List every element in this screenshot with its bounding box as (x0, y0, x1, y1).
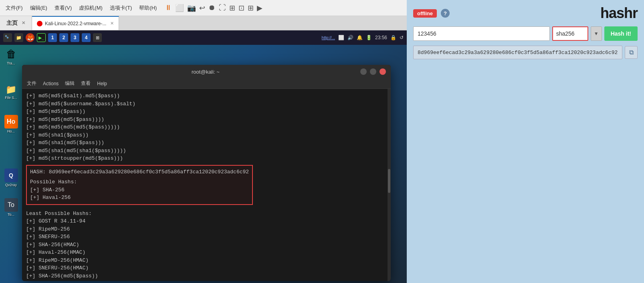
qv2ray-desktop-icon[interactable]: Q Qv2ray (4, 169, 18, 187)
term-least-label: Least Possible Hashs: (26, 210, 384, 218)
taskbar-time: 23:56 (375, 35, 387, 40)
to-label: To... (8, 213, 14, 217)
qv2ray-icon: Q (4, 169, 18, 182)
taskbar-browser-btn[interactable]: 🦊 (26, 33, 34, 42)
menu-edit[interactable]: 编辑(E) (28, 4, 50, 12)
svg-point-1 (6, 36, 7, 37)
sidebar-icons: 🗑 Tra... 📁 File S... Ho Ho... Q Qv2ray T… (0, 45, 22, 217)
taskbar-num-4[interactable]: 4 (82, 33, 91, 42)
taskbar-monitor: ⬜ (338, 35, 344, 40)
term-hash-line: HASH: 8d969eef6ecad3c29a3a629280e686cf0c… (30, 168, 249, 176)
terminal-controls (360, 68, 386, 75)
tab-kali[interactable]: Kali-Linux-2022.2-vmware-... ✕ (32, 16, 119, 30)
vm-menubar: 文件(F) 编辑(E) 查看(V) 虚拟机(M) 选项卡(T) 帮助(H) ⏸ … (0, 0, 407, 16)
vm-toolbar: ⏸ ⬜ 📷 ↩ ⏺ ⛶ ⊞ ⊡ ⊞ ▶ (165, 4, 262, 12)
term-least-1: [+] RipeMD-256 (26, 225, 384, 233)
restore-icon[interactable]: ↩ (199, 4, 205, 12)
trash-label: Tra... (7, 61, 15, 65)
menu-tab[interactable]: 选项卡(T) (107, 4, 135, 12)
term-menu-help[interactable]: Help (97, 81, 107, 86)
offline-badge: offline (413, 9, 437, 18)
taskbar-num-3[interactable]: 3 (71, 33, 79, 42)
hashr-title: hashr (600, 5, 638, 22)
taskbar-num-2[interactable]: 2 (59, 33, 68, 42)
term-sha256: [+] SHA-256 (30, 186, 249, 194)
term-line-3: [+] md5(md5(md5($pass)))) (26, 116, 384, 124)
taskbar-term-btn[interactable]: ▶_ (37, 33, 46, 42)
fullscreen-icon[interactable]: ⛶ (219, 4, 226, 12)
term-menu-actions[interactable]: Actions (43, 81, 59, 86)
terminal-window: root@kali: ~ 文件 Actions 编辑 查看 Help [+] m… (22, 65, 391, 281)
hash-text-input[interactable] (413, 26, 550, 41)
hash-algo-input[interactable] (552, 26, 588, 41)
term-least-4: [+] Haval-256(HMAC) (26, 249, 384, 257)
taskbar-num-1[interactable]: 1 (48, 33, 57, 42)
terminal-body-container: [+] md5(md5($salt).md5($pass)) [+] md5(m… (22, 89, 391, 281)
tab-home[interactable]: 主页 ✕ (0, 16, 32, 30)
files-desktop-icon[interactable]: 📁 File S... (5, 84, 17, 100)
tab-home-close[interactable]: ✕ (22, 20, 25, 26)
taskbar-grid-btn[interactable]: ⊞ (93, 33, 102, 42)
terminal-close-btn[interactable] (380, 68, 386, 75)
terminal-maximize-btn[interactable] (370, 68, 376, 75)
terminal-menubar: 文件 Actions 编辑 查看 Help (22, 78, 391, 89)
menu-help[interactable]: 帮助(H) (137, 4, 159, 12)
to-desktop-icon[interactable]: To To... (4, 198, 18, 217)
trash-icon: 🗑 (6, 48, 16, 60)
send-to-icon[interactable]: ⬜ (175, 4, 184, 12)
copy-button[interactable]: ⧉ (625, 46, 638, 59)
term-menu-file[interactable]: 文件 (27, 80, 36, 87)
vm-taskbar: 📁 🦊 ▶_ 1 2 3 4 ⊞ http://... ⬜ 🔊 🔔 🔋 23:5… (0, 30, 407, 45)
hash-algo-dropdown[interactable]: ▼ (591, 26, 602, 41)
terminal-minimize-btn[interactable] (360, 68, 367, 75)
svg-point-3 (7, 37, 8, 38)
terminal-title: root@kali: ~ (51, 69, 360, 75)
tab-kali-close[interactable]: ✕ (110, 21, 114, 26)
tab-bar: 主页 ✕ Kali-Linux-2022.2-vmware-... ✕ (0, 16, 407, 30)
hash-result-row: 8d969eef6ecad3c29a3a629280e686cf0c3f5d5a… (413, 46, 638, 59)
snapshot-icon[interactable]: 📷 (187, 4, 196, 12)
tab-home-label: 主页 (6, 20, 18, 27)
term-haval256: [+] Haval-256 (30, 194, 249, 202)
hashr-panel: offline ? hashr ▼ Hash it! 8d969eef6ecad… (407, 0, 644, 283)
tab-favicon (37, 21, 42, 26)
terminal-scrollbar[interactable] (388, 89, 391, 281)
menu-vm[interactable]: 虚拟机(M) (77, 4, 105, 12)
taskbar-files-btn[interactable]: 📁 (14, 33, 23, 42)
taskbar-apps-btn[interactable] (3, 33, 12, 42)
term-line-6: [+] md5(sha1(md5($pass))) (26, 139, 384, 147)
terminal-scroll-thumb[interactable] (388, 169, 390, 193)
tab-kali-label: Kali-Linux-2022.2-vmware-... (45, 21, 106, 26)
term-least-0: [+] GOST R 34.11-94 (26, 217, 384, 225)
hash-it-button[interactable]: Hash it! (604, 26, 638, 41)
record-icon[interactable]: ⏺ (208, 4, 216, 12)
more-icon[interactable]: ▶ (257, 4, 262, 12)
term-line-2: [+] md5(md5($pass)) (26, 108, 384, 116)
term-least-8: [+] SHA-256(sha1($pass)) (26, 280, 384, 281)
pause-icon[interactable]: ⏸ (165, 4, 172, 12)
menu-file[interactable]: 文件(F) (3, 4, 25, 12)
hash-result-value: 8d969eef6ecad3c29a3a629280e686cf0c3f5d5a… (413, 46, 622, 59)
term-line-1: [+] md5(md5($username.$pass).$salt) (26, 100, 384, 108)
taskbar-right: http://... ⬜ 🔊 🔔 🔋 23:56 🔒 ↺ (322, 35, 404, 40)
term-line-4: [+] md5(md5(md5(md5($pass))))) (26, 123, 384, 131)
terminal-body[interactable]: [+] md5(md5($salt).md5($pass)) [+] md5(m… (22, 89, 388, 281)
qv2ray-label: Qv2ray (5, 183, 17, 187)
terminal-titlebar: root@kali: ~ (22, 65, 391, 78)
term-menu-view[interactable]: 查看 (81, 80, 91, 87)
view-icon[interactable]: ⊞ (229, 4, 235, 12)
term-least-2: [+] SNEFRU-256 (26, 233, 384, 241)
trash-desktop-icon[interactable]: 🗑 Tra... (6, 48, 16, 65)
hash-highlight-box: HASH: 8d969eef6ecad3c29a3a629280e686cf0c… (26, 165, 253, 205)
taskbar-lock: 🔒 (390, 35, 396, 40)
fit-icon[interactable]: ⊡ (238, 4, 244, 12)
help-icon[interactable]: ? (441, 9, 450, 18)
hashr-header-left: offline ? (413, 9, 450, 18)
menu-view[interactable]: 查看(V) (52, 4, 74, 12)
app2-label: Ho... (7, 129, 15, 133)
term-line-7: [+] md5(sha1(md5(sha1($pass))))) (26, 147, 384, 155)
taskbar-battery: 🔋 (366, 35, 372, 40)
stretch-icon[interactable]: ⊞ (248, 4, 254, 12)
app2-desktop-icon[interactable]: Ho Ho... (4, 115, 18, 133)
term-menu-edit[interactable]: 编辑 (65, 80, 75, 87)
